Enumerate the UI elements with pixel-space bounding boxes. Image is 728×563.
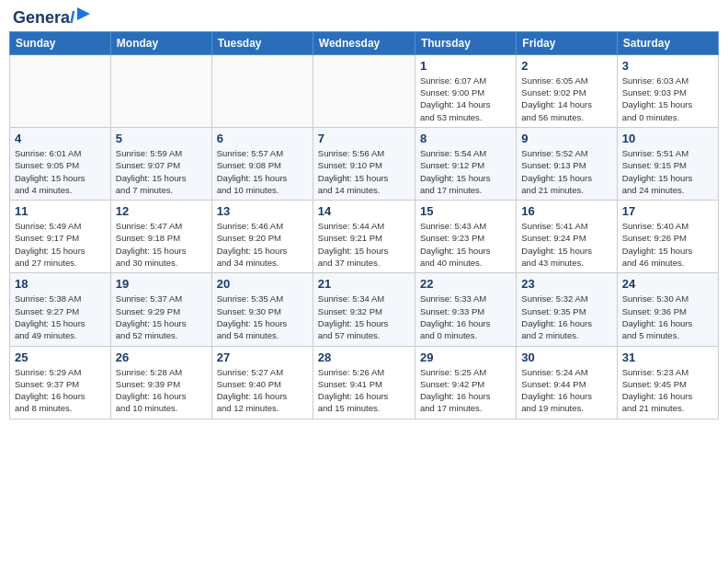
calendar-cell: 24Sunrise: 5:30 AM Sunset: 9:36 PM Dayli… xyxy=(617,273,718,346)
calendar-cell xyxy=(10,54,111,127)
calendar-cell: 17Sunrise: 5:40 AM Sunset: 9:26 PM Dayli… xyxy=(617,201,718,273)
day-info: Sunrise: 5:46 AM Sunset: 9:20 PM Dayligh… xyxy=(217,220,308,269)
calendar-cell: 15Sunrise: 5:43 AM Sunset: 9:23 PM Dayli… xyxy=(415,201,516,273)
day-info: Sunrise: 5:27 AM Sunset: 9:40 PM Dayligh… xyxy=(217,366,308,415)
day-info: Sunrise: 5:24 AM Sunset: 9:44 PM Dayligh… xyxy=(521,366,611,415)
day-number: 21 xyxy=(318,277,410,291)
calendar-cell: 22Sunrise: 5:33 AM Sunset: 9:33 PM Dayli… xyxy=(415,273,516,346)
day-number: 27 xyxy=(217,350,308,364)
calendar-cell: 3Sunrise: 6:03 AM Sunset: 9:03 PM Daylig… xyxy=(617,54,718,127)
day-info: Sunrise: 5:23 AM Sunset: 9:45 PM Dayligh… xyxy=(622,366,713,415)
day-info: Sunrise: 5:29 AM Sunset: 9:37 PM Dayligh… xyxy=(15,366,106,415)
calendar-cell: 28Sunrise: 5:26 AM Sunset: 9:41 PM Dayli… xyxy=(313,346,415,419)
calendar-cell: 29Sunrise: 5:25 AM Sunset: 9:42 PM Dayli… xyxy=(415,346,516,419)
day-info: Sunrise: 5:25 AM Sunset: 9:42 PM Dayligh… xyxy=(420,366,511,415)
day-number: 26 xyxy=(116,350,207,364)
calendar-cell: 9Sunrise: 5:52 AM Sunset: 9:13 PM Daylig… xyxy=(517,127,617,200)
calendar-cell xyxy=(313,54,415,127)
day-number: 18 xyxy=(15,277,106,291)
logo-arrow-icon xyxy=(77,6,94,22)
day-info: Sunrise: 5:38 AM Sunset: 9:27 PM Dayligh… xyxy=(15,293,106,341)
day-info: Sunrise: 5:35 AM Sunset: 9:30 PM Dayligh… xyxy=(217,293,308,341)
logo-general: Genera xyxy=(13,8,70,27)
calendar-cell: 13Sunrise: 5:46 AM Sunset: 9:20 PM Dayli… xyxy=(211,201,313,273)
day-info: Sunrise: 5:51 AM Sunset: 9:15 PM Dayligh… xyxy=(622,147,713,196)
calendar-cell: 7Sunrise: 5:56 AM Sunset: 9:10 PM Daylig… xyxy=(313,127,415,200)
logo: General xyxy=(13,9,94,24)
logo-text: General xyxy=(13,9,74,28)
calendar-week-1: 1Sunrise: 6:07 AM Sunset: 9:00 PM Daylig… xyxy=(10,54,719,127)
svg-marker-0 xyxy=(77,7,90,20)
calendar-cell: 20Sunrise: 5:35 AM Sunset: 9:30 PM Dayli… xyxy=(211,273,313,346)
day-info: Sunrise: 5:26 AM Sunset: 9:41 PM Dayligh… xyxy=(318,366,410,415)
day-number: 9 xyxy=(521,132,611,145)
weekday-header-sunday: Sunday xyxy=(10,31,111,54)
calendar-cell: 19Sunrise: 5:37 AM Sunset: 9:29 PM Dayli… xyxy=(110,273,211,346)
day-number: 6 xyxy=(217,132,308,145)
weekday-header-row: SundayMondayTuesdayWednesdayThursdayFrid… xyxy=(10,31,719,54)
day-info: Sunrise: 5:59 AM Sunset: 9:07 PM Dayligh… xyxy=(116,147,207,196)
day-number: 30 xyxy=(521,350,611,364)
calendar-cell: 31Sunrise: 5:23 AM Sunset: 9:45 PM Dayli… xyxy=(617,346,718,419)
day-number: 12 xyxy=(116,204,207,218)
calendar-cell: 16Sunrise: 5:41 AM Sunset: 9:24 PM Dayli… xyxy=(517,201,617,273)
calendar-cell: 2Sunrise: 6:05 AM Sunset: 9:02 PM Daylig… xyxy=(517,54,617,127)
day-info: Sunrise: 6:05 AM Sunset: 9:02 PM Dayligh… xyxy=(521,75,611,123)
calendar-cell: 12Sunrise: 5:47 AM Sunset: 9:18 PM Dayli… xyxy=(110,201,211,273)
day-number: 19 xyxy=(116,277,207,291)
day-info: Sunrise: 5:40 AM Sunset: 9:26 PM Dayligh… xyxy=(622,220,713,269)
day-number: 28 xyxy=(318,350,410,364)
day-number: 5 xyxy=(116,132,207,145)
day-number: 23 xyxy=(521,277,611,291)
calendar-table: SundayMondayTuesdayWednesdayThursdayFrid… xyxy=(9,31,719,419)
day-number: 31 xyxy=(622,350,713,364)
calendar-cell: 10Sunrise: 5:51 AM Sunset: 9:15 PM Dayli… xyxy=(617,127,718,200)
day-number: 11 xyxy=(15,204,106,218)
calendar-week-2: 4Sunrise: 6:01 AM Sunset: 9:05 PM Daylig… xyxy=(10,127,719,200)
calendar-cell: 26Sunrise: 5:28 AM Sunset: 9:39 PM Dayli… xyxy=(110,346,211,419)
day-number: 10 xyxy=(622,132,713,145)
day-info: Sunrise: 5:41 AM Sunset: 9:24 PM Dayligh… xyxy=(521,220,611,269)
calendar-cell: 27Sunrise: 5:27 AM Sunset: 9:40 PM Dayli… xyxy=(211,346,313,419)
day-info: Sunrise: 5:37 AM Sunset: 9:29 PM Dayligh… xyxy=(116,293,207,341)
weekday-header-wednesday: Wednesday xyxy=(313,31,415,54)
day-info: Sunrise: 5:47 AM Sunset: 9:18 PM Dayligh… xyxy=(116,220,207,269)
calendar-cell: 8Sunrise: 5:54 AM Sunset: 9:12 PM Daylig… xyxy=(415,127,516,200)
logo-general-italic: l xyxy=(70,8,74,27)
day-info: Sunrise: 5:54 AM Sunset: 9:12 PM Dayligh… xyxy=(420,147,511,196)
day-info: Sunrise: 5:34 AM Sunset: 9:32 PM Dayligh… xyxy=(318,293,410,341)
day-info: Sunrise: 5:57 AM Sunset: 9:08 PM Dayligh… xyxy=(217,147,308,196)
calendar-cell: 11Sunrise: 5:49 AM Sunset: 9:17 PM Dayli… xyxy=(10,201,111,273)
day-number: 13 xyxy=(217,204,308,218)
day-info: Sunrise: 5:28 AM Sunset: 9:39 PM Dayligh… xyxy=(116,366,207,415)
calendar-cell: 23Sunrise: 5:32 AM Sunset: 9:35 PM Dayli… xyxy=(517,273,617,346)
day-number: 29 xyxy=(420,350,511,364)
calendar-cell: 4Sunrise: 6:01 AM Sunset: 9:05 PM Daylig… xyxy=(10,127,111,200)
day-number: 17 xyxy=(622,204,713,218)
day-info: Sunrise: 6:01 AM Sunset: 9:05 PM Dayligh… xyxy=(15,147,106,196)
day-info: Sunrise: 5:49 AM Sunset: 9:17 PM Dayligh… xyxy=(15,220,106,269)
day-number: 20 xyxy=(217,277,308,291)
calendar-cell: 5Sunrise: 5:59 AM Sunset: 9:07 PM Daylig… xyxy=(110,127,211,200)
day-number: 24 xyxy=(622,277,713,291)
day-info: Sunrise: 5:52 AM Sunset: 9:13 PM Dayligh… xyxy=(521,147,611,196)
day-number: 2 xyxy=(521,59,611,73)
day-number: 8 xyxy=(420,132,511,145)
day-number: 1 xyxy=(420,59,511,73)
calendar-week-4: 18Sunrise: 5:38 AM Sunset: 9:27 PM Dayli… xyxy=(10,273,719,346)
calendar-week-5: 25Sunrise: 5:29 AM Sunset: 9:37 PM Dayli… xyxy=(10,346,719,419)
weekday-header-thursday: Thursday xyxy=(415,31,516,54)
day-info: Sunrise: 5:30 AM Sunset: 9:36 PM Dayligh… xyxy=(622,293,713,341)
day-info: Sunrise: 6:03 AM Sunset: 9:03 PM Dayligh… xyxy=(622,75,713,123)
calendar-cell: 14Sunrise: 5:44 AM Sunset: 9:21 PM Dayli… xyxy=(313,201,415,273)
day-number: 16 xyxy=(521,204,611,218)
weekday-header-friday: Friday xyxy=(517,31,617,54)
day-info: Sunrise: 5:43 AM Sunset: 9:23 PM Dayligh… xyxy=(420,220,511,269)
day-info: Sunrise: 5:44 AM Sunset: 9:21 PM Dayligh… xyxy=(318,220,410,269)
day-number: 25 xyxy=(15,350,106,364)
calendar-cell: 21Sunrise: 5:34 AM Sunset: 9:32 PM Dayli… xyxy=(313,273,415,346)
calendar-cell: 25Sunrise: 5:29 AM Sunset: 9:37 PM Dayli… xyxy=(10,346,111,419)
weekday-header-saturday: Saturday xyxy=(617,31,718,54)
weekday-header-tuesday: Tuesday xyxy=(211,31,313,54)
day-info: Sunrise: 6:07 AM Sunset: 9:00 PM Dayligh… xyxy=(420,75,511,123)
